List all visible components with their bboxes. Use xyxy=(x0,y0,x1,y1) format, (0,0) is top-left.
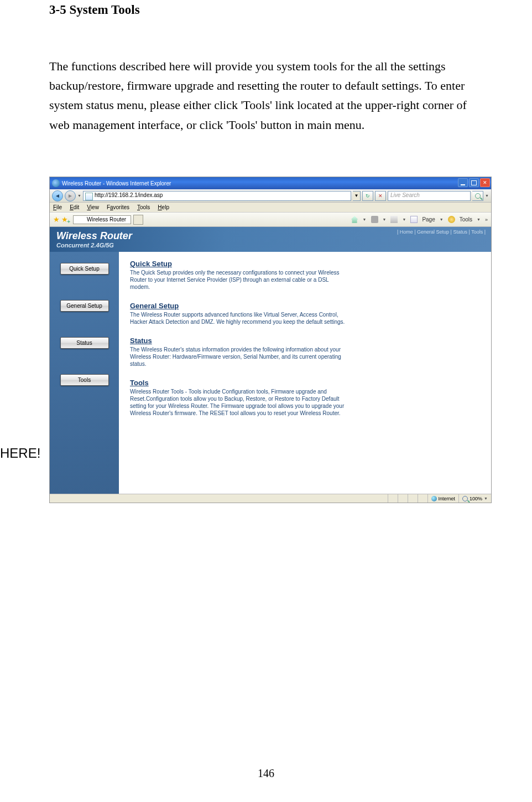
tabs-toolbar: ★ ★+ Wireless Router ▼ ▼ ▼ Page▼ Tools▼ … xyxy=(50,213,491,227)
section-title-quick-setup[interactable]: Quick Setup xyxy=(130,260,346,268)
internet-zone-icon xyxy=(431,496,437,501)
toolbar-overflow-icon[interactable]: » xyxy=(485,217,488,223)
search-input[interactable]: Live Search xyxy=(388,191,471,201)
menu-tools[interactable]: Tools xyxy=(137,204,150,210)
section-body: The functions described here will provid… xyxy=(49,56,486,134)
stop-button[interactable]: ✕ xyxy=(375,191,386,201)
history-dropdown-icon[interactable]: ▼ xyxy=(77,194,81,198)
reload-button[interactable]: ↻ xyxy=(362,191,373,201)
router-content: Quick Setup The Quick Setup provides onl… xyxy=(119,252,491,494)
status-zone-label: Internet xyxy=(439,496,456,501)
favorites-star-icon[interactable]: ★ xyxy=(53,215,60,224)
search-go-button[interactable] xyxy=(472,191,483,201)
maximize-button[interactable] xyxy=(469,178,479,187)
section-heading: 3-5 System Tools xyxy=(49,3,140,17)
new-tab-button[interactable] xyxy=(133,215,143,225)
menu-edit[interactable]: Edit xyxy=(70,204,79,210)
router-header: | Home | General Setup | Status | Tools … xyxy=(50,227,491,252)
page-content: | Home | General Setup | Status | Tools … xyxy=(50,227,491,494)
menu-help[interactable]: Help xyxy=(158,204,169,210)
menu-bar: File Edit View Favorites Tools Help xyxy=(50,203,491,213)
sidebar-button-general-setup[interactable]: General Setup xyxy=(60,300,109,312)
status-zoom-label: 100% xyxy=(470,496,482,501)
tab-title: Wireless Router xyxy=(87,216,126,223)
section-title-tools[interactable]: Tools xyxy=(130,379,346,387)
tools-icon xyxy=(448,216,455,223)
home-icon[interactable] xyxy=(351,216,358,223)
back-button[interactable]: ◄ xyxy=(52,190,63,201)
sidebar-button-tools[interactable]: Tools xyxy=(60,374,109,386)
top-nav-links[interactable]: | Home | General Setup | Status | Tools … xyxy=(397,229,486,235)
toolbar-tools-label[interactable]: Tools xyxy=(460,216,472,223)
here-callout: HERE! xyxy=(0,446,40,461)
section-text-general-setup: The Wireless Router supports advanced fu… xyxy=(130,311,346,325)
toolbar-page-label[interactable]: Page xyxy=(422,216,435,223)
menu-file[interactable]: File xyxy=(53,204,62,210)
minimize-button[interactable] xyxy=(458,178,468,187)
section-title-status[interactable]: Status xyxy=(130,337,346,345)
zoom-icon xyxy=(462,496,468,501)
menu-view[interactable]: View xyxy=(87,204,99,210)
search-icon xyxy=(475,193,481,199)
tools-drop-icon[interactable]: ▼ xyxy=(477,218,481,221)
page-number: 146 xyxy=(0,767,532,780)
home-drop-icon[interactable]: ▼ xyxy=(363,218,367,221)
router-sidebar: Quick Setup General Setup Status Tools xyxy=(50,252,119,494)
close-button[interactable] xyxy=(480,178,490,187)
section-text-tools: Wireless Router Tools - Tools include Co… xyxy=(130,388,346,417)
menu-favorites[interactable]: Favorites xyxy=(107,204,129,210)
sidebar-button-status[interactable]: Status xyxy=(60,337,109,349)
section-text-quick-setup: The Quick Setup provides only the necess… xyxy=(130,269,346,291)
address-bar[interactable]: http://192.168.2.1/index.asp xyxy=(83,191,351,201)
print-icon[interactable] xyxy=(390,216,398,223)
feeds-icon[interactable] xyxy=(371,216,378,223)
browser-status-bar: Internet 100% ▼ xyxy=(50,494,491,503)
zoom-drop-icon[interactable]: ▼ xyxy=(484,496,488,500)
status-zone: Internet xyxy=(427,494,459,503)
page-icon xyxy=(410,216,418,223)
window-titlebar: Wireless Router - Windows Internet Explo… xyxy=(50,177,491,189)
router-subtitle: Concurrent 2.4G/5G xyxy=(56,242,484,249)
ie-logo-icon xyxy=(52,179,60,187)
address-drop-icon[interactable]: ▼ xyxy=(353,191,361,201)
forward-button[interactable]: ► xyxy=(65,190,76,201)
search-drop-icon[interactable]: ▼ xyxy=(485,194,489,198)
print-drop-icon[interactable]: ▼ xyxy=(402,218,406,221)
tab-favicon-icon xyxy=(78,216,85,223)
screenshot-container: Wireless Router - Windows Internet Explo… xyxy=(49,177,492,503)
browser-tab[interactable]: Wireless Router xyxy=(73,215,131,224)
status-zoom[interactable]: 100% ▼ xyxy=(458,494,491,503)
sidebar-button-quick-setup[interactable]: Quick Setup xyxy=(60,263,109,275)
page-drop-icon[interactable]: ▼ xyxy=(440,218,444,221)
nav-toolbar: ◄ ► ▼ http://192.168.2.1/index.asp ▼ ↻ ✕… xyxy=(50,189,491,203)
add-favorite-icon[interactable]: ★+ xyxy=(61,215,68,224)
feeds-drop-icon[interactable]: ▼ xyxy=(383,218,387,221)
section-title-general-setup[interactable]: General Setup xyxy=(130,302,346,310)
section-text-status: The Wireless Router's status information… xyxy=(130,346,346,368)
window-title: Wireless Router - Windows Internet Explo… xyxy=(62,180,171,187)
